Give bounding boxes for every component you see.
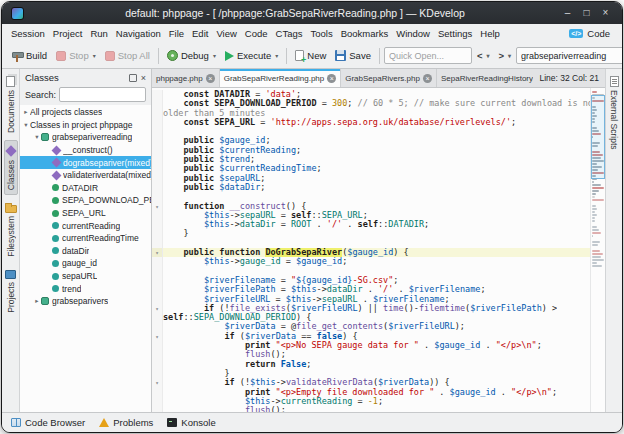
nav-forward-button[interactable]: >▾ bbox=[495, 47, 516, 64]
nav-back-button[interactable]: <▾ bbox=[473, 47, 494, 64]
minimize-button[interactable]: – bbox=[560, 6, 575, 21]
code-line[interactable]: ▾ public function DoGrabSepaRiver($gauge… bbox=[152, 248, 590, 257]
tree-item-datadir[interactable]: dataDir bbox=[20, 245, 151, 258]
toolview-button-code-browser[interactable]: Code Browser bbox=[8, 416, 88, 429]
code-line[interactable]: } bbox=[152, 369, 590, 378]
code-line[interactable]: public $currentReadingTime; bbox=[152, 164, 590, 173]
dock-tab-filesystem[interactable]: Filesystem bbox=[4, 198, 18, 261]
code-area[interactable]: const DATADIR = 'data'; const SEPA_DOWNL… bbox=[152, 88, 590, 412]
code-line[interactable]: print "<p>No SEPA gauge data for " . $ga… bbox=[152, 341, 590, 350]
editor-tab-separiverreadinghistory-php[interactable]: SepaRiverReadingHistory.php× bbox=[437, 69, 534, 87]
fold-marker-icon[interactable]: ▾ bbox=[152, 332, 163, 341]
code-line[interactable] bbox=[152, 192, 590, 201]
code-line[interactable]: print "<p>Empty file downloaded for " . … bbox=[152, 388, 590, 397]
debug-button[interactable]: Debug▾ bbox=[163, 47, 220, 64]
code-line[interactable]: $riverFilename = "${gauge_id}-SG.csv"; bbox=[152, 276, 590, 285]
code-line[interactable]: $riverFileURL = $this->sepaURL . $riverF… bbox=[152, 295, 590, 304]
quick-open-input[interactable] bbox=[384, 47, 472, 64]
code-line[interactable]: const DATADIR = 'data'; bbox=[152, 90, 590, 99]
menu-settings[interactable]: Settings bbox=[434, 26, 476, 41]
code-line[interactable]: public $gauge_id; bbox=[152, 136, 590, 145]
code-line[interactable]: ▾ function __construct() { bbox=[152, 202, 590, 211]
dock-tab-external-scripts[interactable]: External Scripts bbox=[608, 72, 620, 154]
tree-item-currentreading[interactable]: currentReading bbox=[20, 219, 151, 232]
fold-marker-icon[interactable]: ▾ bbox=[152, 378, 163, 387]
area-switcher-code[interactable]: </> Code bbox=[565, 27, 617, 40]
code-line[interactable] bbox=[152, 239, 590, 248]
code-line[interactable]: public $dataDir; bbox=[152, 183, 590, 192]
toolbar-search-input[interactable] bbox=[516, 47, 623, 64]
code-line[interactable]: const SEPA_URL = 'http://apps.sepa.org.u… bbox=[152, 118, 590, 127]
tree-item-gauge-id[interactable]: gauge_id bbox=[20, 257, 151, 270]
tree-item-sepaurl[interactable]: sepaURL bbox=[20, 270, 151, 283]
fold-marker-icon[interactable]: ▾ bbox=[152, 248, 163, 257]
menu-tools[interactable]: Tools bbox=[306, 26, 336, 41]
build-button[interactable]: Build bbox=[7, 47, 51, 65]
expander-icon[interactable]: ▾ bbox=[22, 121, 30, 129]
toolview-button-konsole[interactable]: Konsole bbox=[164, 416, 218, 429]
code-line[interactable] bbox=[152, 127, 590, 136]
float-panel-icon[interactable] bbox=[129, 74, 137, 82]
code-line[interactable]: } bbox=[152, 229, 590, 238]
close-button[interactable]: × bbox=[598, 6, 613, 21]
tree-item-classes-in-project-phppage[interactable]: ▾Classes in project phppage bbox=[20, 119, 151, 132]
close-panel-icon[interactable]: × bbox=[141, 74, 146, 82]
code-line[interactable]: return False; bbox=[152, 360, 590, 369]
menu-bookmarks[interactable]: Bookmarks bbox=[337, 26, 393, 41]
minimap-viewport[interactable] bbox=[591, 95, 605, 179]
tree-item-construct[interactable]: __construct() bbox=[20, 144, 151, 157]
menu-view[interactable]: View bbox=[212, 26, 240, 41]
menu-session[interactable]: Session bbox=[7, 26, 49, 41]
save-button[interactable]: Save bbox=[331, 47, 375, 64]
menu-window[interactable]: Window bbox=[392, 26, 434, 41]
tree-item-trend[interactable]: trend bbox=[20, 282, 151, 295]
dock-tab-documents[interactable]: Documents bbox=[5, 72, 17, 137]
editor-tab-grabseparivers-php[interactable]: GrabSepaRivers.php× bbox=[341, 69, 437, 87]
tree-item-grabsepariverreading[interactable]: ▾grabsepariverreading bbox=[20, 131, 151, 144]
classes-search-input[interactable] bbox=[59, 87, 146, 102]
code-line[interactable]: ▾ if (!file_exists($riverFileURL) || tim… bbox=[152, 304, 590, 313]
expander-icon[interactable]: ▸ bbox=[22, 108, 30, 116]
expander-icon[interactable]: ▸ bbox=[33, 297, 41, 305]
code-line[interactable]: public $trend; bbox=[152, 155, 590, 164]
code-line[interactable]: self::SEPA_DOWNLOAD_PERIOD) { bbox=[152, 313, 590, 322]
menu-run[interactable]: Run bbox=[86, 26, 111, 41]
code-line[interactable]: $this->sepaURL = self::SEPA_URL; bbox=[152, 211, 590, 220]
fold-marker-icon[interactable]: ▾ bbox=[152, 202, 163, 211]
tree-item-sepa-url[interactable]: SEPA_URL bbox=[20, 207, 151, 220]
code-line[interactable]: $this->dataDir = ROOT . '/' . self::DATA… bbox=[152, 220, 590, 229]
new-button[interactable]: New bbox=[291, 47, 330, 64]
tree-item-currentreadingtime[interactable]: currentReadingTime bbox=[20, 232, 151, 245]
menu-project[interactable]: Project bbox=[49, 26, 87, 41]
code-line[interactable]: public $sepaURL; bbox=[152, 174, 590, 183]
code-line[interactable]: $riverFilePath = $this->dataDir . '/' . … bbox=[152, 285, 590, 294]
tab-close-icon[interactable]: × bbox=[423, 74, 432, 83]
code-line[interactable]: $this->currentReading = -1; bbox=[152, 397, 590, 406]
code-line[interactable]: flush(); bbox=[152, 350, 590, 359]
menu-file[interactable]: File bbox=[165, 26, 188, 41]
minimap[interactable] bbox=[590, 88, 605, 412]
code-line[interactable]: ▾ if (!$this->validateRiverData($riverDa… bbox=[152, 378, 590, 387]
tree-item-datadir[interactable]: DATADIR bbox=[20, 182, 151, 195]
menu-help[interactable]: Help bbox=[476, 26, 504, 41]
stop-button[interactable]: Stop▾ bbox=[52, 47, 100, 64]
dock-tab-projects[interactable]: Projects bbox=[4, 264, 17, 317]
code-line[interactable] bbox=[152, 267, 590, 276]
tree-item-grabseparivers[interactable]: ▸grabseparivers bbox=[20, 295, 151, 308]
tree-item-validateriverdata-mixed[interactable]: validateriverdata(mixed) bbox=[20, 169, 151, 182]
tab-close-icon[interactable]: × bbox=[206, 74, 215, 83]
code-line[interactable]: public $currentReading; bbox=[152, 146, 590, 155]
menu-navigation[interactable]: Navigation bbox=[112, 26, 165, 41]
code-line[interactable]: $this->gauge_id = $gauge_id; bbox=[152, 257, 590, 266]
expander-icon[interactable]: ▾ bbox=[33, 133, 41, 141]
toolview-button-problems[interactable]: Problems bbox=[96, 416, 156, 429]
code-line[interactable]: ▾ if ($riverData == false) { bbox=[152, 332, 590, 341]
maximize-button[interactable]: □ bbox=[579, 6, 594, 21]
stop-all-button[interactable]: Stop All bbox=[101, 47, 154, 64]
menu-ctags[interactable]: CTags bbox=[272, 26, 307, 41]
code-line[interactable]: $riverData = @file_get_contents($riverFi… bbox=[152, 322, 590, 331]
tree-item-all-projects-classes[interactable]: ▸All projects classes bbox=[20, 106, 151, 119]
tab-close-icon[interactable]: × bbox=[327, 74, 336, 83]
fold-marker-icon[interactable]: ▾ bbox=[152, 304, 163, 313]
dock-tab-classes[interactable]: Classes bbox=[4, 140, 18, 195]
